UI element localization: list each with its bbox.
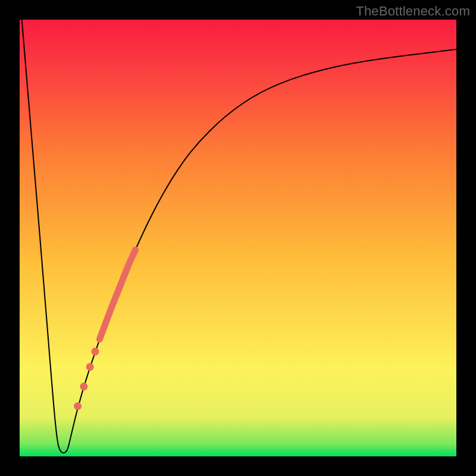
highlight-dot [91, 347, 99, 355]
plot-area [20, 20, 456, 456]
chart-svg [20, 20, 456, 456]
highlight-dot [74, 402, 82, 410]
watermark-text: TheBottleneck.com [356, 4, 470, 19]
gradient-background [20, 20, 456, 456]
highlight-dot [80, 383, 87, 390]
highlight-dot [86, 363, 94, 371]
chart-frame: TheBottleneck.com [0, 0, 476, 476]
